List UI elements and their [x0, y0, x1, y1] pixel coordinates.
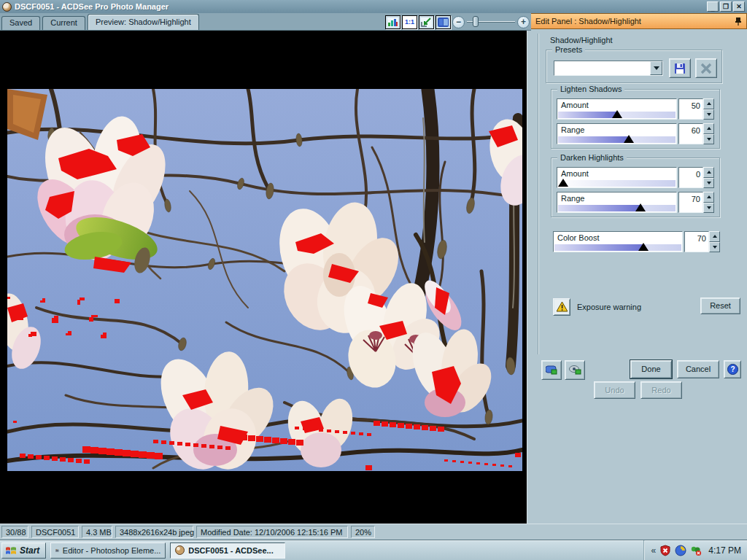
redo-button[interactable]: Redo: [640, 381, 682, 399]
taskbar: Start Editor - Photoshop Eleme... DSCF00…: [0, 540, 747, 560]
tab-saved[interactable]: Saved: [1, 16, 40, 30]
security-shield-icon[interactable]: [659, 545, 671, 556]
delete-x-icon: [700, 63, 712, 74]
view-mode-icon[interactable]: [436, 15, 451, 29]
acdsee-task-icon: [175, 545, 185, 555]
lighten-amount-slider[interactable]: Amount: [557, 98, 677, 120]
combo-dropdown-button[interactable]: [650, 61, 662, 75]
start-button[interactable]: Start: [1, 542, 46, 559]
exposure-warning-row: Exposure warning Reset: [553, 298, 722, 316]
status-filesize: 4.3 MB: [82, 526, 112, 538]
preview-eye-icon: [569, 365, 581, 375]
slider-marker[interactable]: [612, 110, 622, 118]
split-view-icon: [546, 365, 558, 375]
help-question-icon: ?: [727, 364, 738, 375]
zoom-in-icon[interactable]: +: [517, 16, 530, 28]
status-file-position: 30/88: [1, 526, 28, 538]
tray-overflow-chevron[interactable]: «: [651, 545, 657, 556]
view-toolbar: 1:1 − +: [385, 15, 530, 29]
edit-panel-title: Edit Panel : Shadow/Highlight: [535, 17, 735, 26]
system-tray: « 4:17 PM: [643, 540, 747, 560]
section-title: Shadow/Highlight: [550, 36, 613, 44]
spin-down-button[interactable]: [709, 242, 720, 253]
edit-panel-header: Edit Panel : Shadow/Highlight: [531, 13, 747, 29]
status-bar: 30/88 DSCF0051 4.3 MB 3488x2616x24b jpeg…: [0, 524, 747, 540]
status-zoom-percent: 20%: [351, 526, 375, 538]
darken-amount-value[interactable]: 0: [678, 167, 703, 188]
color-boost-slider[interactable]: Color Boost: [553, 231, 683, 252]
minimize-button[interactable]: _: [707, 1, 719, 12]
acdsee-logo-icon: [2, 2, 12, 12]
save-preset-button[interactable]: [669, 58, 691, 78]
task-acdsee[interactable]: DSCF0051 - ACDSee...: [170, 542, 285, 559]
help-button[interactable]: ?: [724, 360, 741, 378]
lighten-amount-value[interactable]: 50: [678, 98, 703, 120]
spin-up-button[interactable]: [703, 123, 714, 134]
lighten-range-slider[interactable]: Range: [557, 123, 677, 144]
lighten-range-row: Range 60: [557, 123, 714, 144]
windows-update-icon[interactable]: [675, 545, 686, 556]
lighten-shadows-group: Lighten Shadows Amount 50 Range: [551, 89, 720, 149]
spin-down-button[interactable]: [703, 109, 714, 120]
actual-size-icon[interactable]: 1:1: [402, 15, 417, 29]
windows-logo-icon: [5, 545, 17, 556]
photo-magnolia-preview: [7, 89, 522, 471]
darken-amount-slider[interactable]: Amount: [557, 167, 677, 188]
spin-up-button[interactable]: [703, 98, 714, 109]
histogram-icon[interactable]: [385, 15, 400, 29]
color-boost-row: Color Boost 70: [553, 231, 720, 252]
zoom-slider-thumb[interactable]: [473, 16, 479, 27]
spin-down-button[interactable]: [703, 203, 714, 214]
chevron-down-icon: [654, 66, 659, 70]
cancel-button[interactable]: Cancel: [677, 360, 719, 378]
darken-range-slider[interactable]: Range: [557, 192, 677, 213]
reset-button[interactable]: Reset: [700, 298, 740, 314]
taskbar-clock: 4:17 PM: [708, 545, 741, 556]
close-button[interactable]: ✕: [733, 1, 745, 12]
title-bar: DSCF0051 - ACDSee Pro Photo Manager _ ❐ …: [0, 0, 747, 13]
delete-preset-button[interactable]: [695, 58, 717, 78]
darken-amount-row: Amount 0: [557, 167, 714, 188]
darken-highlights-label: Darken Highlights: [557, 153, 627, 162]
spin-up-button[interactable]: [709, 231, 720, 242]
tab-current[interactable]: Current: [42, 16, 85, 30]
presets-group: Presets: [546, 50, 722, 83]
slider-marker[interactable]: [638, 243, 649, 251]
tab-preview-shadow-highlight[interactable]: Preview: Shadow/Highlight: [88, 14, 199, 30]
spin-up-button[interactable]: [703, 167, 714, 178]
slider-marker[interactable]: [624, 135, 634, 143]
acdsee-window: DSCF0051 - ACDSee Pro Photo Manager _ ❐ …: [0, 0, 747, 560]
darken-range-value[interactable]: 70: [678, 192, 703, 213]
presets-combo[interactable]: [554, 61, 663, 76]
exposure-warning-toggle[interactable]: [553, 298, 570, 316]
lighten-shadows-label: Lighten Shadows: [557, 85, 624, 93]
done-button[interactable]: Done: [630, 360, 672, 378]
edit-panel-body: Shadow/Highlight Presets: [531, 29, 747, 524]
split-view-button[interactable]: [541, 360, 562, 380]
spin-up-button[interactable]: [703, 192, 714, 203]
lighten-range-value[interactable]: 60: [678, 123, 703, 144]
restore-button[interactable]: ❐: [720, 1, 732, 12]
status-filename: DSCF0051: [31, 526, 79, 538]
undo-button[interactable]: Undo: [594, 381, 635, 399]
lighten-amount-row: Amount 50: [557, 98, 714, 120]
darken-range-row: Range 70: [557, 192, 714, 213]
spin-down-button[interactable]: [703, 178, 714, 189]
edit-panel: Edit Panel : Shadow/Highlight Shadow/Hig…: [531, 13, 747, 524]
fit-image-icon[interactable]: [419, 15, 434, 29]
presets-label: Presets: [552, 45, 585, 54]
task-photoshop-elements[interactable]: Editor - Photoshop Eleme...: [50, 542, 166, 559]
status-dimensions: 3488x2616x24b jpeg: [115, 526, 193, 538]
preview-eye-button[interactable]: [565, 360, 585, 380]
darken-highlights-group: Darken Highlights Amount 0 Range: [551, 158, 720, 217]
zoom-slider[interactable]: [467, 21, 515, 23]
zoom-out-icon[interactable]: −: [452, 16, 465, 28]
exposure-warning-icon: [557, 302, 568, 312]
preview-canvas[interactable]: [0, 31, 527, 524]
pin-icon[interactable]: [735, 17, 742, 26]
slider-marker[interactable]: [635, 203, 646, 211]
slider-marker[interactable]: [558, 179, 568, 187]
messenger-offline-icon[interactable]: [690, 545, 702, 556]
spin-down-button[interactable]: [703, 134, 714, 145]
color-boost-value[interactable]: 70: [684, 231, 709, 252]
